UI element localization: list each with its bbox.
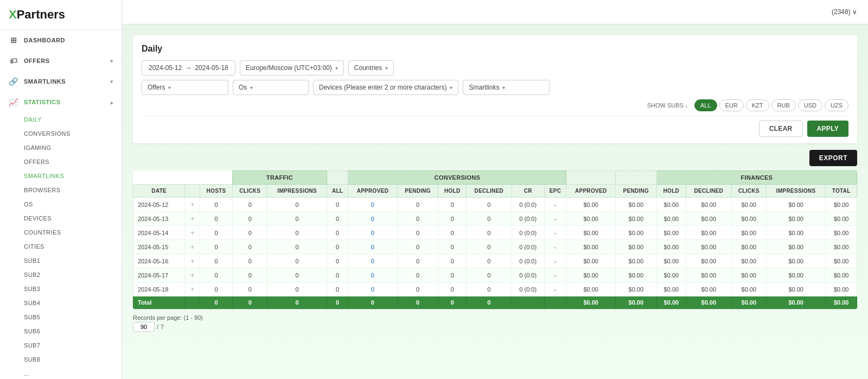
sidebar-item-browsers[interactable]: BROWSERS xyxy=(0,183,122,197)
cell-pending: 0 xyxy=(397,226,438,240)
show-subs-button[interactable]: SHOW SUBS ↓ xyxy=(647,102,688,109)
arrow-down-icon: ↓ xyxy=(685,103,688,109)
sidebar-item-label: STATISTICS xyxy=(24,99,61,105)
timezone-select[interactable]: Europe/Moscow (UTC+03:00) ▾ xyxy=(240,60,344,75)
cell-clicks: 0 xyxy=(233,268,267,282)
sidebar-item-conversions[interactable]: CONVERSIONS xyxy=(0,127,122,141)
sidebar: XPartners ⊞ DASHBOARD 🏷 OFFERS ▾ 🔗 SMART… xyxy=(0,0,122,379)
countries-select[interactable]: Countries ▾ xyxy=(348,60,394,75)
sidebar-item-smartlinks-sub[interactable]: SMARTLINKS xyxy=(0,169,122,183)
sidebar-item-offers[interactable]: 🏷 OFFERS ▾ xyxy=(0,50,122,71)
table-row: 2024-05-13 + 0 0 0 0 0 0 0 0 0 (0:0) - $… xyxy=(133,212,857,226)
cell-fin-pending: $0.00 xyxy=(615,254,656,268)
cell-all: 0 xyxy=(327,268,348,282)
export-button[interactable]: EXPORT xyxy=(809,150,857,166)
cell-fin-declined: $0.00 xyxy=(686,212,731,226)
total-fin-impressions: $0.00 xyxy=(766,296,825,309)
page-input[interactable] xyxy=(133,322,155,332)
devices-select[interactable]: Devices (Please enter 2 or more characte… xyxy=(313,80,458,95)
chevron-down-icon: ▾ xyxy=(502,85,505,91)
cell-fin-pending: $0.00 xyxy=(615,282,656,296)
total-fin-declined: $0.00 xyxy=(686,296,731,309)
expand-row-button[interactable]: + xyxy=(185,212,200,226)
table-row: 2024-05-15 + 0 0 0 0 0 0 0 0 0 (0:0) - $… xyxy=(133,240,857,254)
grid-icon: ⊞ xyxy=(9,35,18,45)
cell-declined: 0 xyxy=(467,198,512,212)
sidebar-item-devices[interactable]: DEVICES xyxy=(0,211,122,225)
cell-fin-approved: $0.00 xyxy=(566,198,615,212)
cell-fin-clicks: $0.00 xyxy=(731,226,766,240)
table-footer: Records per page: (1 - 90) / 7 xyxy=(133,309,857,334)
chevron-down-icon: ▾ xyxy=(385,65,388,71)
currency-rub-button[interactable]: RUB xyxy=(771,99,796,111)
sidebar-item-sub7[interactable]: SUB7 xyxy=(0,338,122,352)
col-fin-declined: DECLINED xyxy=(686,185,731,198)
currency-usd-button[interactable]: USD xyxy=(798,99,822,111)
cell-all: 0 xyxy=(327,226,348,240)
sidebar-item-sub1[interactable]: SUB1 xyxy=(0,254,122,268)
sidebar-item-smartlinks[interactable]: 🔗 SMARTLINKS ▾ xyxy=(0,71,122,92)
expand-row-button[interactable]: + xyxy=(185,240,200,254)
currency-all-button[interactable]: ALL xyxy=(694,99,717,111)
total-cr xyxy=(512,296,544,309)
cell-impressions: 0 xyxy=(267,268,327,282)
currency-uzs-button[interactable]: UZS xyxy=(825,99,848,111)
expand-row-button[interactable]: + xyxy=(185,254,200,268)
cell-clicks: 0 xyxy=(233,212,267,226)
expand-row-button[interactable]: + xyxy=(185,268,200,282)
logo-area: XPartners xyxy=(0,0,122,30)
date-range-picker[interactable]: 2024-05-12 → 2024-05-18 xyxy=(142,60,235,75)
sidebar-item-cities[interactable]: CITIES xyxy=(0,239,122,254)
col-fin-pending: PENDING xyxy=(615,185,656,198)
expand-row-button[interactable]: + xyxy=(185,226,200,240)
cell-fin-declined: $0.00 xyxy=(686,226,731,240)
cell-fin-hold: $0.00 xyxy=(656,212,686,226)
sidebar-item-offers[interactable]: OFFERS xyxy=(0,155,122,169)
cell-cr: 0 (0:0) xyxy=(512,198,544,212)
sidebar-item-dashboard[interactable]: ⊞ DASHBOARD xyxy=(0,30,122,50)
os-select[interactable]: Os ▾ xyxy=(233,80,309,95)
cell-fin-approved: $0.00 xyxy=(566,226,615,240)
cell-fin-clicks: $0.00 xyxy=(731,198,766,212)
cell-fin-declined: $0.00 xyxy=(686,198,731,212)
total-hosts: 0 xyxy=(200,296,232,309)
smartlinks-select[interactable]: Smartlinks ▾ xyxy=(463,80,550,95)
sidebar-item-igaming[interactable]: IGAMING xyxy=(0,141,122,155)
currency-kzt-button[interactable]: KZT xyxy=(746,99,769,111)
sidebar-item-sub4[interactable]: SUB4 xyxy=(0,296,122,310)
cell-fin-approved: $0.00 xyxy=(566,282,615,296)
table-row: 2024-05-12 + 0 0 0 0 0 0 0 0 0 (0:0) - $… xyxy=(133,198,857,212)
cell-impressions: 0 xyxy=(267,212,327,226)
sidebar-item-more[interactable]: ... xyxy=(0,367,122,379)
sidebar-item-sub2[interactable]: SUB2 xyxy=(0,268,122,282)
sidebar-item-sub5[interactable]: SUB5 xyxy=(0,310,122,324)
apply-button[interactable]: APPLY xyxy=(807,121,848,137)
cell-hold: 0 xyxy=(438,282,467,296)
sidebar-item-countries[interactable]: COUNTRIES xyxy=(0,225,122,239)
date-to: 2024-05-18 xyxy=(195,64,228,72)
sidebar-item-daily[interactable]: DAILY xyxy=(0,112,122,127)
main-content: (2348) ∨ Daily 2024-05-12 → 2024-05-18 E… xyxy=(122,0,868,379)
currency-bar: SHOW SUBS ↓ ALL EUR KZT RUB USD UZS xyxy=(142,99,848,111)
cell-epc: - xyxy=(544,240,566,254)
sidebar-item-sub6[interactable]: SUB6 xyxy=(0,324,122,338)
clear-button[interactable]: CLEAR xyxy=(759,121,803,137)
total-row: Total 0 0 0 0 0 0 0 0 $0.00 $0.00 $0.00 … xyxy=(133,296,857,309)
offers-select[interactable]: Offers ▾ xyxy=(142,80,228,95)
col-fin-impressions: IMPRESSIONS xyxy=(766,185,825,198)
cell-date: 2024-05-14 xyxy=(133,226,185,240)
expand-row-button[interactable]: + xyxy=(185,282,200,296)
cell-impressions: 0 xyxy=(267,282,327,296)
sidebar-item-sub8[interactable]: SUB8 xyxy=(0,352,122,367)
expand-row-button[interactable]: + xyxy=(185,198,200,212)
sidebar-item-statistics[interactable]: 📈 STATISTICS ▴ xyxy=(0,92,122,112)
sidebar-item-sub3[interactable]: SUB3 xyxy=(0,282,122,296)
currency-eur-button[interactable]: EUR xyxy=(719,99,744,111)
chevron-down-icon: ▾ xyxy=(168,85,171,91)
chart-icon: 📈 xyxy=(9,97,18,107)
total-fin-clicks: $0.00 xyxy=(731,296,766,309)
date-from: 2024-05-12 xyxy=(149,64,182,72)
records-per-page: Records per page: (1 - 90) xyxy=(133,314,857,321)
user-badge[interactable]: (2348) ∨ xyxy=(832,8,857,16)
sidebar-item-os[interactable]: OS xyxy=(0,197,122,211)
